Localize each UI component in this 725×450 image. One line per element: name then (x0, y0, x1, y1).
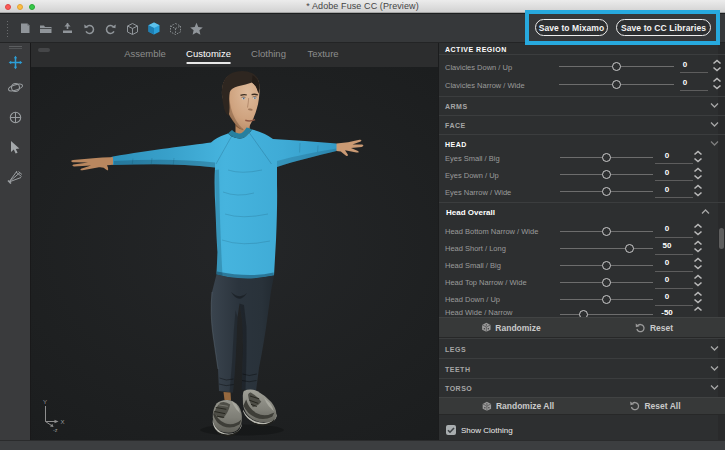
slider-row-eyes-down-up: Eyes Down / Up 0 (439, 166, 725, 184)
group-header-face[interactable]: FACE (439, 115, 725, 134)
slider-row-head-small-big: Head Small / Big 0 (439, 256, 725, 274)
chevron-down-icon (710, 102, 719, 109)
slider-track[interactable] (560, 248, 653, 249)
open-folder-icon[interactable] (36, 14, 58, 43)
chevron-down-icon (710, 385, 719, 392)
mode-tabbar: Assemble Customize Clothing Texture (31, 43, 438, 67)
randomize-all-reset-all-bar: Randomize All Reset All (439, 397, 725, 415)
highlight-annotation-box (525, 10, 720, 45)
slider-thumb[interactable] (602, 170, 611, 179)
subsection-header-head-overall[interactable]: Head Overall (439, 202, 725, 220)
chevron-down-icon (710, 345, 719, 352)
chevron-up-icon (701, 207, 710, 216)
dice-icon (482, 401, 492, 412)
reset-button[interactable]: Reset (635, 318, 673, 337)
slider-row-head-top-narrow-wide: Head Top Narrow / Wide 0 (439, 273, 725, 291)
tab-assemble[interactable]: Assemble (124, 43, 166, 67)
value-stepper[interactable] (692, 256, 704, 274)
svg-text:-z: -z (53, 427, 58, 433)
reset-all-button[interactable]: Reset All (629, 398, 680, 414)
slider-thumb[interactable] (612, 62, 621, 71)
ground-shadow (200, 425, 284, 436)
randomize-all-button[interactable]: Randomize All (482, 398, 554, 414)
character-model: Y X -z (31, 67, 438, 440)
chevron-down-icon (710, 140, 719, 147)
value-stepper[interactable] (692, 306, 704, 318)
show-clothing-checkbox[interactable] (446, 425, 456, 435)
slider-thumb[interactable] (602, 261, 611, 270)
undo-icon[interactable] (79, 14, 101, 43)
slider-row-clavicles-narrow-wide: Clavicles Narrow / Wide 0 (439, 76, 725, 94)
slider-value[interactable]: 0 (670, 60, 700, 69)
select-tool-icon[interactable] (0, 135, 30, 159)
slider-value[interactable]: -50 (652, 308, 682, 317)
slider-thumb[interactable] (612, 80, 621, 89)
slider-thumb[interactable] (602, 278, 611, 287)
viewport-3d[interactable]: Y X -z (31, 67, 438, 440)
adobe-fuse-window: * Adobe Fuse CC (Preview) (0, 0, 725, 450)
slider-value[interactable]: 0 (652, 258, 682, 267)
toolbar-grip (7, 21, 8, 37)
slider-thumb[interactable] (579, 310, 588, 317)
slider-track[interactable] (560, 314, 653, 315)
slider-value[interactable]: 0 (670, 78, 700, 87)
orbit-tool-icon[interactable] (0, 75, 30, 99)
slider-row-head-wide-narrow: Head Wide / Narrow -50 (439, 306, 725, 318)
reset-icon (635, 323, 646, 333)
tabbar-grip (38, 48, 50, 52)
tab-clothing[interactable]: Clothing (251, 43, 286, 67)
slider-row-eyes-small-big: Eyes Small / Big 0 (439, 149, 725, 167)
slider-row-clavicles-down-up: Clavicles Down / Up 0 (439, 58, 725, 76)
slider-row-head-bottom-narrow-wide: Head Bottom Narrow / Wide 0 (439, 222, 725, 240)
tab-texture[interactable]: Texture (307, 43, 338, 67)
slider-value[interactable]: 50 (652, 241, 682, 250)
axis-gizmo: Y X -z (43, 399, 65, 434)
svg-text:X: X (61, 419, 65, 425)
camera-tool-icon[interactable] (0, 165, 30, 189)
slider-thumb[interactable] (602, 153, 611, 162)
import-icon[interactable] (57, 14, 79, 43)
new-document-icon[interactable] (14, 14, 36, 43)
value-stepper[interactable] (711, 58, 723, 76)
slider-value[interactable]: 0 (652, 185, 682, 194)
slider-value[interactable]: 0 (652, 275, 682, 284)
value-stepper[interactable] (692, 183, 704, 201)
slider-value[interactable]: 0 (652, 224, 682, 233)
slider-thumb[interactable] (602, 295, 611, 304)
check-icon (447, 427, 455, 434)
randomize-button[interactable]: Randomize (481, 318, 540, 337)
character-pants (211, 275, 274, 393)
slider-value[interactable]: 0 (652, 292, 682, 301)
group-header-torso[interactable]: TORSO (439, 378, 725, 397)
pan-tool-icon[interactable] (0, 105, 30, 129)
customize-panel: ACTIVE REGION Clavicles Down / Up 0 Clav… (438, 43, 725, 440)
ghost-cube-icon[interactable] (165, 14, 187, 43)
value-stepper[interactable] (692, 239, 704, 257)
group-header-arms[interactable]: ARMS (439, 96, 725, 115)
character-shirt (109, 128, 337, 279)
slider-thumb[interactable] (602, 187, 611, 196)
panel-scrollbar-thumb[interactable] (719, 228, 724, 249)
favorites-star-icon[interactable] (186, 14, 208, 43)
slider-thumb[interactable] (625, 244, 634, 253)
sidebar-grip (9, 46, 22, 47)
group-header-legs[interactable]: LEGS (439, 338, 725, 358)
slider-thumb[interactable] (602, 227, 611, 236)
assemble-cube-icon[interactable] (122, 14, 144, 43)
redo-icon[interactable] (100, 14, 122, 43)
value-stepper[interactable] (692, 273, 704, 291)
value-stepper[interactable] (692, 166, 704, 184)
customize-cube-icon[interactable] (143, 14, 165, 43)
value-stepper[interactable] (692, 149, 704, 167)
show-clothing-row: Show Clothing (439, 422, 725, 438)
value-stepper[interactable] (711, 76, 723, 94)
chevron-down-icon (710, 365, 719, 372)
move-tool-icon[interactable] (0, 50, 30, 74)
slider-value[interactable]: 0 (652, 168, 682, 177)
group-header-teeth[interactable]: TEETH (439, 358, 725, 378)
value-stepper[interactable] (692, 222, 704, 240)
svg-text:Y: Y (43, 399, 47, 405)
slider-value[interactable]: 0 (652, 151, 682, 160)
tab-customize[interactable]: Customize (186, 43, 231, 67)
tool-sidebar (0, 43, 31, 440)
